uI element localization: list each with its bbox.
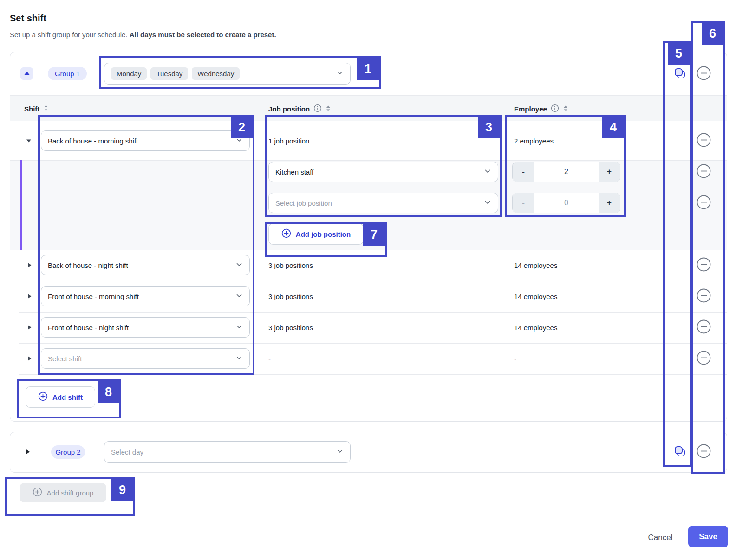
- row-2-expand-button[interactable]: [26, 262, 33, 269]
- remove-group-1-button[interactable]: [696, 66, 711, 81]
- divider: [10, 121, 727, 121]
- chevron-down-icon: [235, 354, 243, 363]
- info-icon[interactable]: [551, 104, 559, 114]
- divider: [10, 95, 727, 96]
- stepper-1-value: 2: [534, 162, 599, 182]
- divider: [19, 312, 727, 313]
- shift-select-5[interactable]: Select shift: [41, 348, 250, 369]
- group-2-day-multiselect[interactable]: Select day: [104, 441, 351, 463]
- row-1-collapse-button[interactable]: [25, 137, 33, 144]
- sort-icon[interactable]: [326, 104, 331, 114]
- add-shift-button[interactable]: Add shift: [26, 386, 95, 408]
- stepper-1-increment-button[interactable]: +: [599, 162, 620, 182]
- shift-select-4[interactable]: Front of house - night shift: [41, 317, 250, 338]
- minus-circle-icon: [697, 66, 711, 82]
- duplicate-group-2-button[interactable]: [672, 445, 687, 459]
- caret-right-icon: [27, 325, 32, 332]
- shift-select-1-value: Back of house - morning shift: [48, 137, 138, 145]
- job-position-select-1-value: Kitchen staff: [275, 168, 313, 176]
- row-4-job-count: 3 job positions: [268, 317, 313, 338]
- row-4-employee-count: 14 employees: [514, 317, 557, 338]
- group-1-collapse-button[interactable]: [20, 67, 33, 80]
- shift-select-3-value: Front of house - morning shift: [48, 293, 139, 300]
- add-shift-group-button[interactable]: Add shift group: [20, 483, 106, 502]
- job-position-select-2-placeholder: Select job position: [275, 199, 332, 207]
- divider: [19, 374, 727, 375]
- row-2-job-count: 3 job positions: [268, 255, 313, 275]
- shift-select-2[interactable]: Back of house - night shift: [41, 255, 250, 275]
- stepper-2-decrement-button[interactable]: -: [513, 193, 534, 213]
- group-1-badge: Group 1: [48, 67, 87, 80]
- shift-select-5-placeholder: Select shift: [48, 355, 82, 363]
- cancel-button[interactable]: Cancel: [642, 531, 679, 544]
- plus-circle-icon: [38, 391, 48, 403]
- caret-right-icon: [27, 262, 32, 269]
- group-1-day-multiselect[interactable]: Monday Tuesday Wednesday: [104, 63, 351, 85]
- remove-group-2-button[interactable]: [696, 444, 711, 459]
- divider: [19, 281, 727, 281]
- row-5-job-count: -: [268, 348, 271, 369]
- shift-select-2-value: Back of house - night shift: [48, 261, 128, 269]
- duplicate-group-1-button[interactable]: [672, 67, 687, 81]
- stepper-1-decrement-button[interactable]: -: [513, 162, 534, 182]
- remove-shift-5-button[interactable]: [696, 351, 711, 366]
- annotation-badge-9: 9: [111, 479, 133, 501]
- column-header-job-position-label: Job position: [268, 105, 310, 113]
- shift-select-1[interactable]: Back of house - morning shift: [41, 130, 250, 151]
- stepper-2-value: 0: [534, 193, 599, 213]
- chevron-down-icon: [336, 69, 344, 78]
- save-button[interactable]: Save: [688, 526, 728, 547]
- shift-select-3[interactable]: Front of house - morning shift: [41, 286, 250, 306]
- stepper-2-increment-button[interactable]: +: [599, 193, 620, 213]
- sort-icon[interactable]: [563, 104, 568, 114]
- caret-down-icon: [26, 137, 32, 144]
- caret-right-icon: [27, 356, 32, 363]
- chevron-down-icon: [235, 323, 243, 332]
- row-3-employee-count: 14 employees: [514, 286, 557, 306]
- divider: [10, 250, 727, 250]
- minus-circle-icon: [697, 351, 711, 366]
- employee-stepper-1: - 2 +: [512, 162, 620, 182]
- set-shift-modal: Set shift Set up a shift group for your …: [0, 0, 743, 560]
- shift-select-4-value: Front of house - night shift: [48, 324, 129, 332]
- minus-circle-icon: [697, 164, 711, 180]
- job-position-select-2[interactable]: Select job position: [268, 193, 498, 213]
- sort-icon[interactable]: [43, 104, 49, 113]
- table-header-band: [10, 95, 727, 121]
- column-header-job-position: Job position: [268, 104, 331, 114]
- remove-job-position-1-button[interactable]: [696, 164, 711, 179]
- employee-stepper-2: - 0 +: [512, 193, 620, 213]
- chevron-down-icon: [484, 168, 491, 176]
- minus-circle-icon: [697, 444, 711, 460]
- row-4-expand-button[interactable]: [26, 324, 33, 332]
- minus-circle-icon: [697, 319, 711, 335]
- add-job-position-button[interactable]: Add job position: [268, 223, 364, 245]
- row-1-employee-count: 2 employees: [514, 130, 554, 151]
- job-position-select-1[interactable]: Kitchen staff: [268, 162, 498, 182]
- row-3-job-count: 3 job positions: [268, 286, 313, 306]
- column-header-shift-label: Shift: [24, 105, 39, 113]
- column-header-shift: Shift: [24, 104, 49, 113]
- row-3-expand-button[interactable]: [26, 293, 33, 300]
- chevron-down-icon: [235, 261, 243, 270]
- plus-circle-icon: [281, 228, 291, 240]
- group-2-expand-button[interactable]: [24, 449, 31, 456]
- remove-shift-1-button[interactable]: [696, 133, 711, 148]
- remove-shift-3-button[interactable]: [696, 289, 711, 304]
- caret-right-icon: [25, 449, 30, 456]
- remove-shift-4-button[interactable]: [696, 320, 711, 335]
- duplicate-icon: [673, 444, 687, 460]
- minus-circle-icon: [697, 288, 711, 304]
- row-5-expand-button[interactable]: [26, 355, 33, 363]
- info-icon[interactable]: [313, 104, 322, 114]
- minus-circle-icon: [697, 257, 711, 273]
- remove-job-position-2-button[interactable]: [696, 195, 711, 210]
- group-2-badge: Group 2: [51, 445, 85, 459]
- row-5-employee-count: -: [514, 348, 516, 369]
- day-tag-wednesday: Wednesday: [192, 67, 240, 80]
- remove-shift-2-button[interactable]: [696, 258, 711, 273]
- column-header-employee-label: Employee: [514, 105, 547, 113]
- page-title: Set shift: [10, 13, 46, 24]
- plus-circle-icon: [33, 487, 42, 498]
- add-shift-label: Add shift: [52, 393, 83, 401]
